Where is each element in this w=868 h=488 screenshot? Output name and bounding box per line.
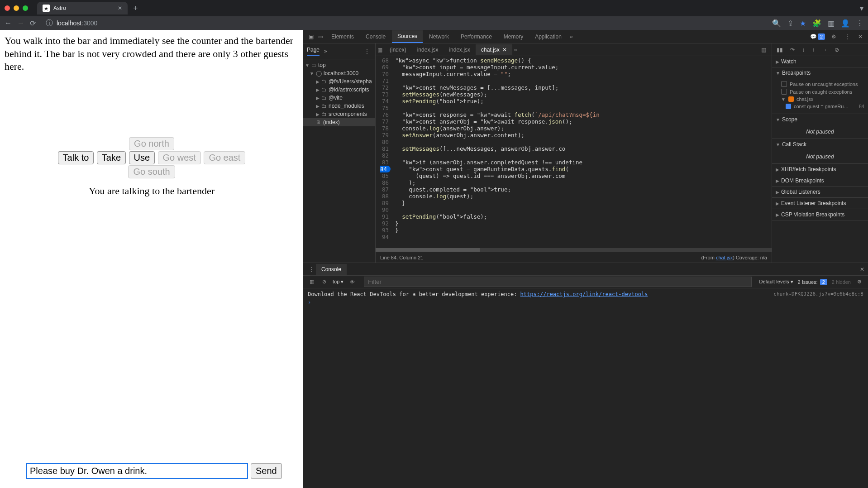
tab-elements[interactable]: Elements	[326, 31, 359, 43]
react-devtools-link[interactable]: https://reactjs.org/link/react-devtools	[520, 291, 648, 297]
issues-badge[interactable]: 💬2	[810, 33, 825, 40]
window-maximize[interactable]	[23, 5, 28, 11]
file-nav-icon[interactable]: ▥	[376, 45, 384, 55]
console-clear-icon[interactable]: ⊘	[320, 277, 328, 287]
window-close[interactable]	[5, 5, 10, 11]
back-button[interactable]: ←	[5, 19, 12, 27]
tab-application[interactable]: Application	[529, 31, 567, 43]
site-info-icon[interactable]: ⓘ	[46, 19, 53, 28]
file-tab-chat[interactable]: chat.jsx✕	[476, 44, 512, 55]
console-menu-icon[interactable]: ⋮	[307, 264, 316, 274]
close-file-icon[interactable]: ✕	[502, 47, 507, 53]
tab-sources[interactable]: Sources	[392, 30, 423, 43]
breakpoints-section[interactable]: ▼Breakpoints	[772, 67, 868, 78]
use-button[interactable]: Use	[129, 151, 155, 164]
global-listeners-section[interactable]: ▶Global Listeners	[772, 187, 868, 197]
device-toggle-icon[interactable]: ▭	[316, 32, 325, 42]
scope-section[interactable]: ▼Scope	[772, 114, 868, 125]
tab-console[interactable]: Console	[360, 31, 391, 43]
console-context[interactable]: top ▾	[333, 279, 343, 285]
talk-to-button[interactable]: Talk to	[58, 151, 94, 164]
console-close-icon[interactable]: ✕	[860, 266, 864, 273]
profile-icon[interactable]: 👤	[841, 19, 850, 28]
console-prompt[interactable]: ›	[308, 299, 863, 306]
step-icon[interactable]: →	[820, 45, 829, 55]
tab-list-dropdown[interactable]: ▾	[860, 4, 863, 13]
extensions-icon[interactable]: 🧩	[812, 19, 821, 28]
pause-resume-icon[interactable]: ▮▮	[775, 45, 785, 55]
console-settings-icon[interactable]: ⚙	[855, 277, 863, 287]
send-button[interactable]: Send	[251, 463, 282, 479]
page-tree-more-icon[interactable]: »	[322, 46, 329, 56]
tree-top[interactable]: ▼▭top	[303, 61, 375, 69]
toggle-sidebar-icon[interactable]: ▥	[759, 45, 768, 55]
more-tabs-icon[interactable]: »	[568, 32, 575, 42]
tree-host[interactable]: ▼◯localhost:3000	[303, 69, 375, 77]
bookmark-star-icon[interactable]: ★	[800, 19, 806, 28]
tree-file-index[interactable]: 🗎(index)	[303, 118, 375, 126]
close-tab-icon[interactable]: ✕	[118, 5, 122, 11]
dom-breakpoints-section[interactable]: ▶DOM Breakpoints	[772, 175, 868, 186]
source-link[interactable]: chat.jsx	[716, 255, 733, 260]
watch-section[interactable]: ▶Watch	[772, 56, 868, 67]
reload-button[interactable]: ⟳	[30, 19, 36, 28]
go-south-button[interactable]: Go south	[128, 165, 175, 178]
window-minimize[interactable]	[14, 5, 19, 11]
address-bar[interactable]: ⓘ localhost:3000	[46, 19, 97, 28]
xhr-breakpoints-section[interactable]: ▶XHR/fetch Breakpoints	[772, 164, 868, 175]
step-over-icon[interactable]: ↷	[788, 45, 796, 55]
share-icon[interactable]: ⇪	[787, 19, 793, 28]
inspect-element-icon[interactable]: ▣	[307, 32, 315, 42]
menu-icon[interactable]: ⋮	[856, 19, 863, 28]
settings-gear-icon[interactable]: ⚙	[830, 32, 838, 42]
event-breakpoints-section[interactable]: ▶Event Listener Breakpoints	[772, 198, 868, 209]
breakpoint-file[interactable]: ▼chat.jsx	[781, 96, 864, 103]
tree-folder[interactable]: ▶🗀@fs/Users/stepha	[303, 77, 375, 86]
console-output[interactable]: chunk-DFKQJ226.js?v=9e6b4e8c:8 Download …	[303, 288, 868, 488]
new-tab-button[interactable]: +	[133, 4, 138, 13]
file-tab[interactable]: (index)	[384, 44, 412, 55]
console-levels[interactable]: Default levels ▾	[759, 279, 793, 285]
csp-breakpoints-section[interactable]: ▶CSP Violation Breakpoints	[772, 209, 868, 220]
devtools-close-icon[interactable]: ✕	[856, 32, 864, 42]
tab-performance[interactable]: Performance	[455, 31, 497, 43]
tab-network[interactable]: Network	[424, 31, 454, 43]
browser-tab[interactable]: 🟉 Astro ✕	[37, 2, 128, 14]
deactivate-breakpoints-icon[interactable]: ⊘	[833, 45, 841, 55]
go-north-button[interactable]: Go north	[129, 137, 174, 150]
take-button[interactable]: Take	[97, 151, 126, 164]
more-files-icon[interactable]: »	[512, 45, 519, 55]
tree-folder[interactable]: ▶🗀src/components	[303, 110, 375, 118]
tab-memory[interactable]: Memory	[498, 31, 529, 43]
file-tab[interactable]: index.jsx	[412, 44, 444, 55]
step-into-icon[interactable]: ↓	[800, 45, 806, 55]
forward-button[interactable]: →	[17, 19, 24, 27]
tree-folder[interactable]: ▶🗀@vite	[303, 94, 375, 102]
side-panel-icon[interactable]: ▥	[828, 19, 835, 28]
breakpoint-item[interactable]: const quest = gameRu…84	[781, 103, 864, 110]
console-eye-icon[interactable]: 👁	[348, 277, 357, 287]
zoom-icon[interactable]: 🔍	[772, 19, 781, 28]
callstack-section[interactable]: ▼Call Stack	[772, 139, 868, 150]
console-source-link[interactable]: chunk-DFKQJ226.js?v=9e6b4e8c:8	[773, 291, 863, 297]
file-tab[interactable]: index.jsx	[444, 44, 476, 55]
tree-folder[interactable]: ▶🗀node_modules	[303, 102, 375, 110]
console-drawer-tab[interactable]: Console	[316, 264, 347, 275]
devtools-menu-icon[interactable]: ⋮	[843, 32, 852, 42]
tree-folder[interactable]: ▶🗀@id/astro:scripts	[303, 86, 375, 94]
pause-caught-checkbox[interactable]	[781, 89, 787, 95]
game-narrative: You walk into the bar and immediately se…	[0, 30, 303, 78]
step-out-icon[interactable]: ↑	[810, 45, 816, 55]
breakpoint-checkbox[interactable]	[786, 104, 791, 109]
console-sidebar-icon[interactable]: ▥	[308, 277, 316, 287]
message-input[interactable]	[26, 463, 248, 479]
go-east-button[interactable]: Go east	[204, 151, 245, 164]
horizontal-scrollbar[interactable]	[376, 248, 772, 252]
console-filter-input[interactable]	[364, 277, 752, 287]
page-tree-tab[interactable]: Page	[307, 47, 320, 56]
page-tree-menu-icon[interactable]: ⋮	[362, 46, 372, 56]
code-editor[interactable]: 6869707172737475767778798081828384858687…	[376, 56, 772, 248]
go-west-button[interactable]: Go west	[158, 151, 201, 164]
console-issues[interactable]: 2 Issues: 2	[798, 279, 827, 285]
pause-uncaught-checkbox[interactable]	[781, 81, 787, 87]
